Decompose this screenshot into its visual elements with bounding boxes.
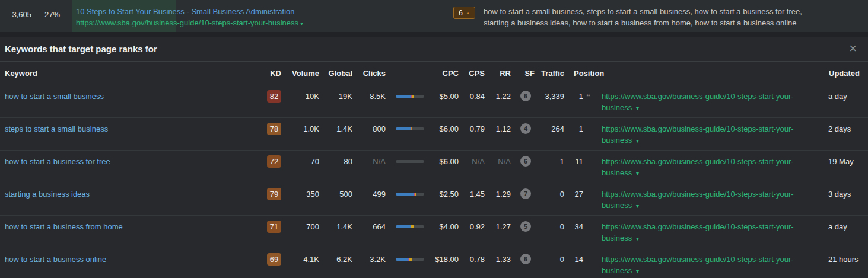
keyword-cell: how to start a business online [0,254,257,265]
global-volume-cell: 6.2K [319,254,352,265]
clicks-distribution-bar [396,225,424,228]
col-header-cps: CPS [459,69,485,78]
position-cell: 14 [564,254,583,265]
global-volume-cell: 80 [319,156,352,167]
cpc-cell: $2.50 [424,188,459,200]
clicks-bar-cell [386,156,424,163]
volume-cell: 1.0K [281,123,319,135]
keyword-link[interactable]: starting a business ideas [5,190,90,199]
table-row: steps to start a small business 78 1.0K … [0,118,868,151]
ranking-url-link[interactable]: https://www.sba.gov/business-guide/10-st… [602,221,825,244]
table-row: how to start a business online 69 4.1K 6… [0,248,868,278]
keyword-cell: how to start a business from home [0,221,257,232]
keyword-link[interactable]: how to start a business from home [5,222,123,231]
panel-title: Keywords that target page ranks for [5,44,157,54]
cpc-cell: $4.00 [424,221,459,232]
url-cell: https://www.sba.gov/business-guide/10-st… [598,221,825,244]
ranking-url-link[interactable]: https://www.sba.gov/business-guide/10-st… [602,254,825,277]
volume-cell: 700 [281,221,319,232]
clicks-bar-cell [386,221,424,228]
keywords-table-body: how to start a small business 82 10K 19K… [0,85,868,278]
position-cell: 34 [564,221,583,232]
traffic-cell: 264 [535,123,564,135]
url-dropdown-caret-icon[interactable]: ▾ [636,268,639,274]
keywords-summary-line-1: how to start a small business, steps to … [484,6,802,17]
sf-cell: 7 [511,188,535,199]
clicks-cell: 664 [352,221,386,232]
ranking-url-link[interactable]: https://www.sba.gov/business-guide/10-st… [602,123,825,146]
position-cell: 1 [564,91,583,102]
url-dropdown-caret-icon[interactable]: ▾ [636,105,639,111]
keywords-summary-line-2: starting a business ideas, how to start … [484,17,802,28]
panel-header: Keywords that target page ranks for × [0,37,868,62]
cpc-cell: $6.00 [424,156,459,167]
clicks-distribution-bar [396,193,424,196]
url-dropdown-caret-icon[interactable]: ▾ [636,170,639,177]
clicks-cell: 499 [352,188,386,200]
cpc-cell: $6.00 [424,123,459,135]
keywords-count-badge[interactable]: 6 ▲ [453,7,475,19]
ranking-url-link[interactable]: https://www.sba.gov/business-guide/10-st… [602,91,825,114]
rr-cell: 1.33 [485,254,511,265]
col-header-keyword: Keyword [0,69,257,78]
table-header-row: Keyword KD Volume Global Clicks CPC CPS … [0,62,868,85]
table-row: how to start a small business 82 10K 19K… [0,85,868,118]
updated-cell: 3 days [825,188,868,200]
clicks-bar-cell [386,254,424,261]
clicks-distribution-bar [396,160,424,163]
updated-cell: 19 May [825,156,868,167]
col-header-rr: RR [485,69,511,78]
clicks-cell: 800 [352,123,386,135]
keyword-link[interactable]: how to start a business for free [5,157,110,166]
global-volume-cell: 500 [319,188,352,200]
table-row: starting a business ideas 79 350 500 499… [0,183,868,216]
clicks-cell: 8.5K [352,91,386,102]
position-cell: 27 [564,188,583,200]
col-header-volume: Volume [281,69,319,78]
updated-cell: 21 hours [825,254,868,265]
clicks-cell: N/A [352,156,386,167]
close-icon[interactable]: × [849,42,857,55]
col-header-sf: SF [511,69,535,78]
traffic-cell: 0 [535,188,564,200]
url-dropdown-caret-icon[interactable]: ▾ [636,203,639,209]
position-cell: 1 [564,123,583,135]
page-title-link[interactable]: 10 Steps to Start Your Business - Small … [76,6,303,17]
cps-cell: 0.92 [459,221,485,232]
url-dropdown-caret-icon[interactable]: ▾ [636,138,639,144]
clicks-bar-cell [386,188,424,196]
clicks-cell: 3.2K [352,254,386,265]
traffic-share-value: 27% [36,10,60,19]
volume-cell: 10K [281,91,319,102]
sf-cell: 5 [511,221,535,232]
ranking-url-link[interactable]: https://www.sba.gov/business-guide/10-st… [602,188,825,212]
keyword-link[interactable]: how to start a business online [5,255,106,264]
cpc-cell: $5.00 [424,91,459,102]
page-url-link[interactable]: https://www.sba.gov/business-guide/10-st… [76,18,298,27]
serp-features-badge: 6 [520,156,531,167]
kd-badge: 78 [267,123,281,135]
kd-badge: 71 [267,221,281,233]
ranking-url-link[interactable]: https://www.sba.gov/business-guide/10-st… [602,156,825,179]
url-cell: https://www.sba.gov/business-guide/10-st… [598,254,825,277]
cps-cell: N/A [459,156,485,167]
keywords-count-value: 6 [459,9,463,17]
url-dropdown-caret-icon[interactable]: ▾ [300,20,303,27]
section-divider [0,32,868,37]
serp-features-badge: 4 [520,123,531,134]
keyword-link[interactable]: how to start a small business [5,92,104,101]
kd-cell: 69 [257,254,281,266]
volume-cell: 4.1K [281,254,319,265]
clicks-distribution-bar [396,95,424,98]
volume-cell: 350 [281,188,319,200]
keyword-link[interactable]: steps to start a small business [5,124,108,133]
col-header-clicks: Clicks [352,69,386,78]
rr-cell: 1.12 [485,123,511,135]
traffic-value: 3,605 [0,10,31,19]
traffic-cell: 0 [535,254,564,265]
featured-snippet-icon: ❛❛ [586,92,590,101]
url-dropdown-caret-icon[interactable]: ▾ [636,235,639,242]
traffic-cell: 1 [535,156,564,167]
global-volume-cell: 1.4K [319,123,352,135]
serp-features-badge: 6 [520,91,531,101]
